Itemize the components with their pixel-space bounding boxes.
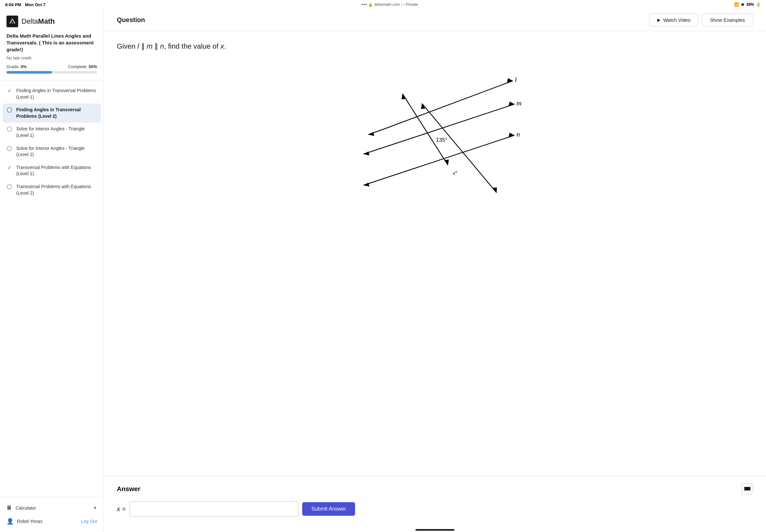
answer-label: Answer ⌨ bbox=[117, 483, 753, 495]
battery-level: 39% bbox=[746, 2, 754, 7]
item-label-6: Transversal Problems with Equations (Lev… bbox=[16, 184, 97, 196]
sidebar-item-eq1[interactable]: ✓ Transversal Problems with Equations (L… bbox=[0, 161, 103, 180]
item-label-3: Solve for Interior Angles - Triangle (Le… bbox=[16, 126, 97, 139]
item-label-2: Finding Angles in Transversal Problems (… bbox=[16, 107, 97, 119]
diagram-container: l m n 135° bbox=[117, 58, 753, 198]
check-icon-5: ✓ bbox=[6, 165, 12, 171]
logout-link[interactable]: Log Out bbox=[81, 519, 97, 524]
bottom-bar bbox=[416, 529, 455, 531]
status-time: 8:04 PM bbox=[5, 2, 21, 7]
main-content: Question ▶ Watch Video Show Examples Giv… bbox=[104, 9, 766, 532]
svg-text:l: l bbox=[515, 76, 517, 84]
question-text: Given l ∥ m ∥ n, find the value of x. bbox=[117, 41, 753, 52]
wifi-icon: 📶 bbox=[734, 2, 739, 7]
complete-label: Complete: 50% bbox=[68, 64, 97, 69]
x-equals-label: x = bbox=[117, 505, 126, 513]
svg-text:135°: 135° bbox=[436, 137, 447, 143]
watch-video-button[interactable]: ▶ Watch Video bbox=[649, 14, 699, 26]
question-area: Given l ∥ m ∥ n, find the value of x. l … bbox=[104, 31, 766, 476]
url-bar: 🔒 deltamath.com — Private bbox=[361, 2, 418, 7]
sidebar-item-triangle2[interactable]: Solve for Interior Angles - Triangle (Le… bbox=[0, 142, 103, 161]
geometry-diagram: l m n 135° bbox=[337, 58, 532, 198]
submit-answer-button[interactable]: Submit Answer bbox=[302, 502, 355, 516]
logo-icon bbox=[6, 16, 18, 27]
sidebar-footer: 🖩 Calculator ▼ 👤 Robel Yonas Log Out bbox=[0, 497, 103, 532]
sidebar-item-level1[interactable]: ✓ Finding Angles in Transversal Problems… bbox=[0, 84, 103, 103]
no-late-credit: No late credit bbox=[6, 55, 97, 60]
sidebar-items: ✓ Finding Angles in Transversal Problems… bbox=[0, 80, 103, 497]
item-label-1: Finding Angles in Transversal Problems (… bbox=[16, 88, 97, 100]
grade-bar-fill bbox=[6, 71, 52, 74]
circle-icon-6 bbox=[6, 184, 12, 190]
question-label: Question bbox=[117, 16, 145, 24]
logo-text: DeltaMath bbox=[21, 17, 55, 26]
bottom-indicator bbox=[104, 526, 766, 532]
svg-text:m: m bbox=[517, 99, 522, 107]
svg-line-0 bbox=[385, 81, 513, 129]
location-icon: ⊕ bbox=[741, 2, 744, 7]
svg-marker-19 bbox=[493, 187, 497, 193]
url-text: deltamath.com — Private bbox=[374, 2, 418, 7]
circle-icon-4 bbox=[6, 146, 12, 151]
user-item: 👤 Robel Yonas Log Out bbox=[6, 514, 97, 528]
sidebar-logo: DeltaMath bbox=[0, 9, 103, 32]
status-bar: 8:04 PM Mon Oct 7 🔒 deltamath.com — Priv… bbox=[0, 0, 766, 9]
sidebar-item-eq2[interactable]: Transversal Problems with Equations (Lev… bbox=[0, 180, 103, 199]
grade-row: Grade: 0% Complete: 50% bbox=[6, 64, 97, 69]
svg-marker-15 bbox=[445, 160, 449, 165]
keyboard-icon-button[interactable]: ⌨ bbox=[741, 483, 753, 495]
grade-bar-bg bbox=[6, 71, 97, 74]
check-icon-1: ✓ bbox=[6, 88, 12, 94]
item-label-4: Solve for Interior Angles - Triangle (Le… bbox=[16, 145, 97, 158]
svg-text:n: n bbox=[517, 130, 520, 138]
grade-label: Grade: 0% bbox=[6, 64, 27, 69]
calculator-item[interactable]: 🖩 Calculator ▼ bbox=[6, 501, 97, 514]
sidebar-item-level2[interactable]: Finding Angles in Transversal Problems (… bbox=[3, 103, 101, 123]
svg-marker-14 bbox=[402, 94, 406, 99]
app-container: DeltaMath Delta Math Parallel Lines Angl… bbox=[0, 0, 766, 532]
sidebar: DeltaMath Delta Math Parallel Lines Angl… bbox=[0, 9, 104, 532]
sidebar-item-triangle1[interactable]: Solve for Interior Angles - Triangle (Le… bbox=[0, 123, 103, 142]
user-name: Robel Yonas bbox=[17, 519, 43, 524]
svg-line-13 bbox=[403, 94, 448, 165]
play-icon: ▶ bbox=[657, 18, 661, 22]
top-bar: Question ▶ Watch Video Show Examples bbox=[104, 9, 766, 31]
status-right: 📶 ⊕ 39% 🔋 bbox=[734, 2, 761, 7]
circle-icon-3 bbox=[6, 126, 12, 132]
circle-active-icon bbox=[6, 107, 12, 113]
sidebar-assignment: Delta Math Parallel Lines Angles and Tra… bbox=[0, 32, 103, 80]
assignment-title: Delta Math Parallel Lines Angles and Tra… bbox=[6, 32, 97, 53]
answer-input-row: x = Submit Answer bbox=[117, 501, 753, 517]
svg-text:x°: x° bbox=[453, 170, 457, 176]
show-examples-button[interactable]: Show Examples bbox=[702, 14, 753, 26]
top-buttons: ▶ Watch Video Show Examples bbox=[649, 14, 753, 26]
answer-area: Answer ⌨ x = Submit Answer bbox=[104, 476, 766, 526]
user-icon: 👤 bbox=[6, 518, 14, 525]
status-day: Mon Oct 7 bbox=[25, 2, 45, 7]
expand-icon: ▼ bbox=[93, 506, 97, 510]
calculator-label: Calculator bbox=[16, 505, 36, 511]
item-label-5: Transversal Problems with Equations (Lev… bbox=[16, 164, 97, 177]
battery-icon: 🔋 bbox=[756, 2, 761, 7]
svg-line-5 bbox=[363, 104, 515, 154]
svg-line-17 bbox=[422, 103, 497, 193]
answer-input[interactable] bbox=[129, 501, 298, 517]
calculator-icon: 🖩 bbox=[6, 504, 12, 511]
